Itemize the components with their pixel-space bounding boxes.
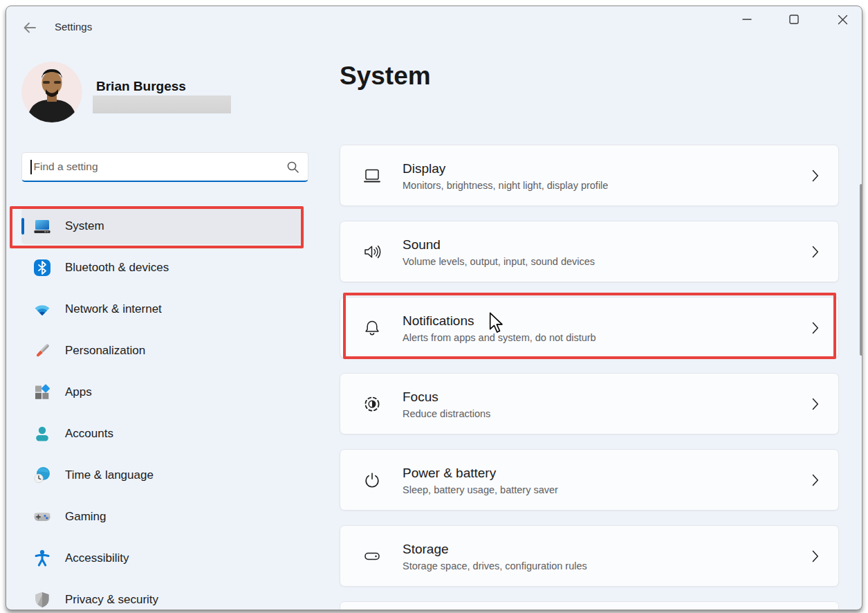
sidebar-item-accessibility[interactable]: Accessibility bbox=[21, 540, 304, 576]
scrollbar-thumb[interactable] bbox=[860, 184, 862, 356]
card-subtitle: Sleep, battery usage, battery saver bbox=[403, 484, 558, 495]
card-subtitle: Volume levels, output, input, sound devi… bbox=[403, 255, 595, 266]
network-icon bbox=[33, 300, 51, 318]
sidebar-item-label: Network & internet bbox=[65, 302, 162, 316]
back-arrow-icon bbox=[21, 19, 38, 36]
sidebar-item-label: Time & language bbox=[65, 468, 154, 482]
time-language-icon bbox=[33, 466, 51, 484]
page-title: System bbox=[340, 62, 431, 91]
user-avatar[interactable] bbox=[21, 62, 82, 122]
card-storage[interactable]: Storage Storage space, drives, configura… bbox=[340, 525, 839, 587]
sidebar-item-label: Bluetooth & devices bbox=[65, 261, 169, 275]
search-placeholder: Find a setting bbox=[33, 161, 287, 173]
card-title: Power & battery bbox=[403, 465, 558, 480]
display-icon bbox=[362, 166, 382, 185]
sidebar-item-gaming[interactable]: Gaming bbox=[21, 499, 304, 535]
card-subtitle: Reduce distractions bbox=[403, 408, 490, 419]
sidebar-item-personalization[interactable]: Personalization bbox=[21, 333, 304, 369]
back-button[interactable] bbox=[20, 18, 39, 37]
chevron-right-icon bbox=[812, 246, 819, 258]
annotation-box-system bbox=[10, 206, 304, 248]
card-power-battery[interactable]: Power & battery Sleep, battery usage, ba… bbox=[340, 449, 839, 511]
chevron-right-icon bbox=[812, 474, 819, 486]
sidebar-item-apps[interactable]: Apps bbox=[21, 374, 304, 410]
power-icon bbox=[362, 470, 382, 490]
sidebar-item-privacy-security[interactable]: Privacy & security bbox=[21, 582, 304, 610]
card-title: Storage bbox=[403, 541, 587, 556]
gaming-icon bbox=[33, 508, 51, 526]
accessibility-icon bbox=[33, 549, 51, 567]
mouse-cursor bbox=[489, 312, 504, 334]
sidebar-item-label: Gaming bbox=[65, 510, 107, 524]
close-button[interactable] bbox=[827, 6, 858, 33]
maximize-icon bbox=[789, 15, 799, 24]
bluetooth-icon bbox=[33, 259, 51, 277]
chevron-right-icon bbox=[812, 170, 819, 182]
search-icon bbox=[286, 161, 299, 174]
card-title: Focus bbox=[403, 389, 490, 404]
sidebar-item-label: Apps bbox=[65, 385, 92, 399]
minimize-icon bbox=[742, 15, 752, 24]
privacy-security-icon bbox=[33, 591, 51, 609]
card-display[interactable]: Display Monitors, brightness, night ligh… bbox=[340, 145, 839, 206]
sidebar-item-label: Personalization bbox=[65, 344, 145, 358]
search-input[interactable]: Find a setting bbox=[21, 152, 308, 182]
accounts-icon bbox=[33, 425, 51, 443]
user-name: Brian Burgess bbox=[96, 79, 186, 94]
user-email-redacted bbox=[93, 95, 231, 113]
card-sound[interactable]: Sound Volume levels, output, input, soun… bbox=[340, 221, 839, 282]
personalization-icon bbox=[33, 342, 51, 360]
sidebar-item-label: Privacy & security bbox=[65, 593, 158, 607]
maximize-button[interactable] bbox=[778, 6, 810, 33]
sound-icon bbox=[362, 242, 382, 262]
close-icon bbox=[838, 15, 848, 25]
sidebar-item-accounts[interactable]: Accounts bbox=[21, 416, 304, 452]
sidebar-item-bluetooth-devices[interactable]: Bluetooth & devices bbox=[21, 250, 304, 286]
settings-window: Settings Brian Burgess Fin bbox=[6, 6, 862, 610]
card-title: Display bbox=[403, 161, 608, 176]
card-subtitle: Storage space, drives, configuration rul… bbox=[403, 560, 587, 571]
text-caret bbox=[30, 160, 32, 174]
card-partial-next[interactable] bbox=[340, 601, 839, 610]
card-focus[interactable]: Focus Reduce distractions bbox=[340, 373, 839, 434]
focus-icon bbox=[362, 394, 382, 414]
annotation-box-notifications bbox=[343, 293, 836, 359]
sidebar-item-time-language[interactable]: Time & language bbox=[21, 457, 304, 493]
apps-icon bbox=[33, 383, 51, 401]
app-title: Settings bbox=[55, 21, 92, 33]
card-title: Sound bbox=[403, 237, 595, 252]
sidebar-item-label: Accounts bbox=[65, 427, 113, 441]
sidebar-item-label: Accessibility bbox=[65, 551, 129, 565]
minimize-button[interactable] bbox=[731, 6, 763, 33]
chevron-right-icon bbox=[812, 550, 819, 562]
card-subtitle: Monitors, brightness, night light, displ… bbox=[403, 179, 608, 190]
sidebar-item-network-internet[interactable]: Network & internet bbox=[21, 291, 304, 327]
chevron-right-icon bbox=[812, 398, 819, 410]
storage-icon bbox=[362, 547, 382, 566]
